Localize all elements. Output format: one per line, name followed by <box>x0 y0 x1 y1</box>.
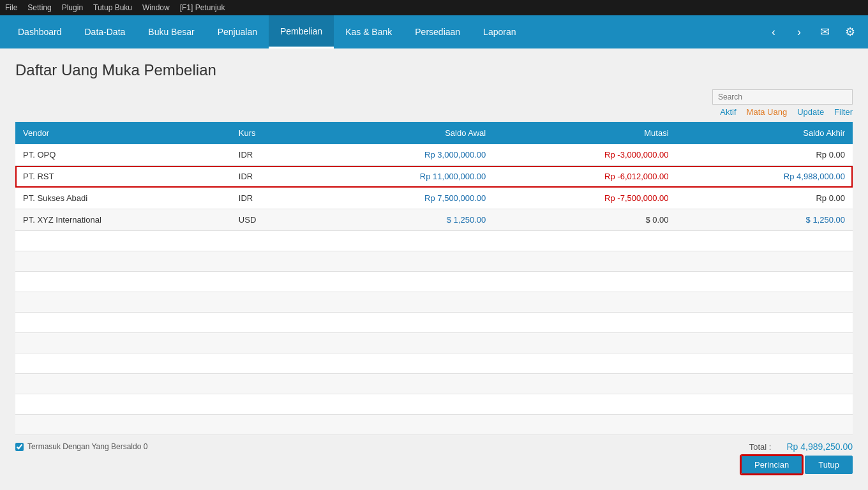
total-label: Total : <box>749 442 772 452</box>
checkbox-text: Termasuk Dengan Yang Bersaldo 0 <box>27 442 147 451</box>
cell-saldo-akhir: Rp 0.00 <box>677 188 853 209</box>
table-row[interactable]: PT. OPQ IDR Rp 3,000,000.00 Rp -3,000,00… <box>15 144 853 166</box>
nav-laporan[interactable]: Laporan <box>472 15 527 48</box>
search-input[interactable] <box>712 89 853 105</box>
nav-mail-button[interactable]: ✉ <box>813 20 836 43</box>
cell-saldo-awal: Rp 7,500,000.00 <box>306 188 493 209</box>
nav-forward-button[interactable]: › <box>788 20 811 43</box>
cell-vendor: PT. RST <box>15 166 231 188</box>
cell-saldo-akhir: Rp 4,988,000.00 <box>677 166 853 188</box>
nav-items: Dashboard Data-Data Buku Besar Penjualan… <box>6 15 762 48</box>
menu-plugin[interactable]: Plugin <box>62 3 83 12</box>
toolbar <box>15 89 853 105</box>
cell-kurs: IDR <box>231 144 306 166</box>
checkbox-input[interactable] <box>15 443 24 451</box>
cell-kurs: IDR <box>231 188 306 209</box>
empty-row <box>15 333 853 353</box>
table-row[interactable]: PT. RST IDR Rp 11,000,000.00 Rp -6,012,0… <box>15 166 853 188</box>
perincian-button[interactable]: Perincian <box>741 456 802 474</box>
tutup-button[interactable]: Tutup <box>805 456 853 474</box>
cell-saldo-awal: Rp 3,000,000.00 <box>306 144 493 166</box>
empty-row <box>15 353 853 374</box>
cell-vendor: PT. OPQ <box>15 144 231 166</box>
nav-back-button[interactable]: ‹ <box>762 20 785 43</box>
cell-mutasi: Rp -7,500,000.00 <box>493 188 676 209</box>
nav-dashboard[interactable]: Dashboard <box>6 15 73 48</box>
data-table: Vendor Kurs Saldo Awal Mutasi Saldo Akhi… <box>15 122 853 435</box>
menu-setting[interactable]: Setting <box>27 3 51 12</box>
empty-row <box>15 313 853 333</box>
empty-row <box>15 292 853 313</box>
nav-pembelian[interactable]: Pembelian <box>269 15 334 48</box>
table-wrapper: Vendor Kurs Saldo Awal Mutasi Saldo Akhi… <box>15 122 853 435</box>
empty-row <box>15 374 853 394</box>
table-row[interactable]: PT. XYZ International USD $ 1,250.00 $ 0… <box>15 209 853 231</box>
col-vendor: Vendor <box>15 122 231 144</box>
nav-kas-bank[interactable]: Kas & Bank <box>334 15 403 48</box>
filter-aktif[interactable]: Aktif <box>720 107 736 117</box>
cell-saldo-akhir: Rp 0.00 <box>677 144 853 166</box>
nav-buku-besar[interactable]: Buku Besar <box>137 15 206 48</box>
checkbox-bersaldo-0[interactable]: Termasuk Dengan Yang Bersaldo 0 <box>15 442 147 451</box>
main-content: Daftar Uang Muka Pembelian Aktif Mata Ua… <box>0 48 868 490</box>
cell-mutasi: $ 0.00 <box>493 209 676 231</box>
nav-actions: ‹ › ✉ ⚙ <box>762 20 862 43</box>
col-kurs: Kurs <box>231 122 306 144</box>
filter-mata-uang[interactable]: Mata Uang <box>747 107 788 117</box>
cell-kurs: IDR <box>231 166 306 188</box>
page-title: Daftar Uang Muka Pembelian <box>15 61 853 79</box>
nav-data-data[interactable]: Data-Data <box>73 15 137 48</box>
cell-mutasi: Rp -3,000,000.00 <box>493 144 676 166</box>
cell-vendor: PT. Sukses Abadi <box>15 188 231 209</box>
empty-row <box>15 394 853 415</box>
cell-saldo-awal: Rp 11,000,000.00 <box>306 166 493 188</box>
nav-penjualan[interactable]: Penjualan <box>206 15 269 48</box>
cell-saldo-awal: $ 1,250.00 <box>306 209 493 231</box>
cell-vendor: PT. XYZ International <box>15 209 231 231</box>
col-mutasi: Mutasi <box>493 122 676 144</box>
total-value: Rp 4,989,250.00 <box>786 442 853 452</box>
empty-row <box>15 272 853 292</box>
cell-kurs: USD <box>231 209 306 231</box>
menu-petunjuk[interactable]: [F1] Petunjuk <box>180 3 225 12</box>
total-section: Total : Rp 4,989,250.00 <box>749 442 853 452</box>
filter-bar: Aktif Mata Uang Update Filter <box>15 107 853 117</box>
action-buttons: Perincian Tutup <box>15 452 853 474</box>
table-header-row: Vendor Kurs Saldo Awal Mutasi Saldo Akhi… <box>15 122 853 144</box>
col-saldo-akhir: Saldo Akhir <box>677 122 853 144</box>
bottom-bar: Termasuk Dengan Yang Bersaldo 0 Total : … <box>15 435 853 452</box>
nav-settings-button[interactable]: ⚙ <box>839 20 862 43</box>
empty-row <box>15 415 853 435</box>
filter-filter[interactable]: Filter <box>834 107 853 117</box>
menu-window[interactable]: Window <box>142 3 170 12</box>
empty-row <box>15 251 853 272</box>
filter-update[interactable]: Update <box>797 107 824 117</box>
cell-mutasi: Rp -6,012,000.00 <box>493 166 676 188</box>
empty-row <box>15 231 853 251</box>
table-row[interactable]: PT. Sukses Abadi IDR Rp 7,500,000.00 Rp … <box>15 188 853 209</box>
col-saldo-awal: Saldo Awal <box>306 122 493 144</box>
cell-saldo-akhir: $ 1,250.00 <box>677 209 853 231</box>
menu-tutup-buku[interactable]: Tutup Buku <box>93 3 132 12</box>
nav-persediaan[interactable]: Persediaan <box>403 15 472 48</box>
title-bar: File Setting Plugin Tutup Buku Window [F… <box>0 0 868 15</box>
menu-file[interactable]: File <box>5 3 17 12</box>
nav-bar: Dashboard Data-Data Buku Besar Penjualan… <box>0 15 868 48</box>
